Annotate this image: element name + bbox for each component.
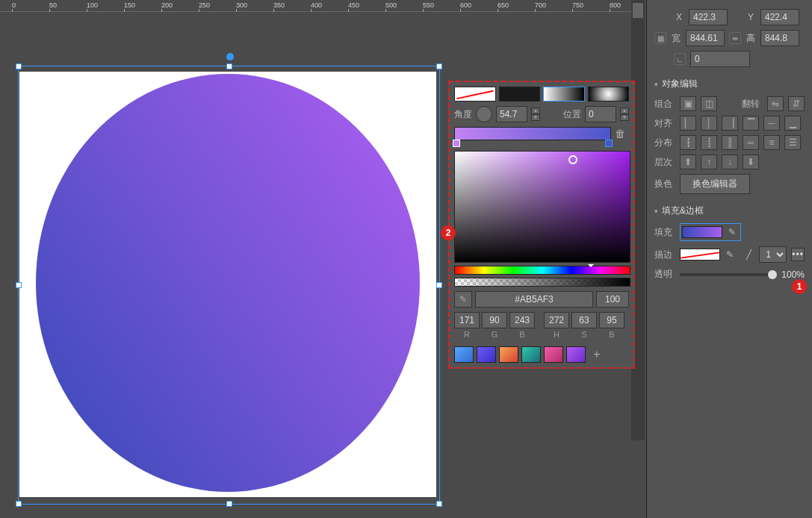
- align-bottom-button[interactable]: ▁: [784, 116, 801, 131]
- flip-v-button[interactable]: ⇵: [788, 96, 805, 111]
- section-object-edit[interactable]: 对象编辑: [654, 78, 805, 90]
- preset-swatch-4[interactable]: [544, 346, 563, 363]
- grid-icon[interactable]: ▦: [654, 32, 666, 44]
- sv-cursor[interactable]: [568, 155, 577, 164]
- eyedropper-button[interactable]: ✎: [454, 291, 472, 308]
- preset-swatch-1[interactable]: [477, 346, 496, 363]
- align-top-button[interactable]: ▔: [743, 116, 759, 131]
- dist-h1-button[interactable]: ┇: [680, 135, 696, 150]
- r-input[interactable]: [454, 312, 480, 328]
- opacity-knob[interactable]: [768, 270, 777, 279]
- angle-up[interactable]: ▲: [531, 107, 540, 114]
- artboard: [19, 72, 436, 497]
- stroke-more-button[interactable]: •••: [791, 248, 805, 261]
- preset-swatch-0[interactable]: [454, 346, 474, 363]
- stroke-swatch[interactable]: [680, 249, 720, 260]
- dist-v1-button[interactable]: ═: [743, 135, 759, 150]
- hue-cursor[interactable]: [588, 264, 594, 267]
- alpha-input[interactable]: [596, 291, 629, 308]
- gradient-stop-1[interactable]: [453, 140, 460, 147]
- pos-down[interactable]: ▼: [620, 114, 629, 121]
- preset-swatch-3[interactable]: [521, 346, 541, 363]
- delete-stop-icon[interactable]: 🗑: [615, 128, 627, 140]
- hex-input[interactable]: [475, 291, 593, 308]
- x-label: X: [674, 12, 684, 22]
- flip-h-button[interactable]: ⇋: [767, 96, 784, 111]
- y-input[interactable]: [760, 9, 799, 25]
- recolor-editor-button[interactable]: 换色编辑器: [680, 174, 750, 194]
- align-left-button[interactable]: ▏: [680, 116, 696, 131]
- rotate-handle[interactable]: [226, 53, 234, 60]
- pos-input[interactable]: [585, 106, 616, 122]
- add-preset-button[interactable]: +: [589, 346, 605, 363]
- resize-handle-bl[interactable]: [16, 501, 22, 507]
- angle-dial[interactable]: [476, 106, 492, 122]
- stroke-label: 描边: [654, 249, 673, 261]
- send-back-button[interactable]: ⬇: [743, 155, 759, 169]
- fill-eyedropper-icon[interactable]: ✎: [725, 225, 739, 239]
- resize-handle-tl[interactable]: [16, 63, 22, 69]
- lock-ratio-icon[interactable]: ⇹: [729, 32, 741, 44]
- shape-ellipse[interactable]: [36, 74, 420, 492]
- scrollbar-thumb[interactable]: [633, 3, 643, 18]
- br-input[interactable]: [599, 312, 625, 328]
- group-button[interactable]: ▣: [680, 96, 696, 111]
- ruler-tick: 150: [124, 1, 135, 9]
- gradient-stop-2[interactable]: [605, 140, 613, 147]
- ruler-tick: 550: [423, 1, 434, 9]
- dist-v3-button[interactable]: ☰: [784, 135, 801, 150]
- ruler-tick: 200: [161, 1, 173, 9]
- bring-forward-button[interactable]: ↑: [701, 155, 717, 169]
- angle-down[interactable]: ▼: [531, 114, 540, 121]
- h-input[interactable]: [544, 312, 569, 328]
- resize-handle-mr[interactable]: [436, 282, 442, 288]
- resize-handle-bm[interactable]: [226, 501, 232, 507]
- stroke-eyedropper-icon[interactable]: ✎: [723, 248, 737, 261]
- ruler-tick: 500: [385, 1, 397, 9]
- opacity-slider[interactable]: [680, 273, 777, 276]
- alpha-slider[interactable]: [454, 278, 630, 287]
- resize-handle-tm[interactable]: [226, 63, 232, 69]
- saturation-value-box[interactable]: [454, 151, 630, 263]
- resize-handle-br[interactable]: [436, 501, 442, 507]
- angle-input[interactable]: [496, 106, 527, 122]
- dist-v2-button[interactable]: ≡: [763, 135, 780, 150]
- tutorial-marker-2: 2: [441, 225, 456, 240]
- fill-type-linear[interactable]: [543, 87, 585, 102]
- fill-swatch[interactable]: [682, 226, 722, 238]
- gradient-bar[interactable]: 🗑: [454, 127, 611, 140]
- h-input[interactable]: [760, 30, 799, 46]
- dist-h3-button[interactable]: ║: [722, 135, 738, 150]
- fill-swatch-wrap[interactable]: ✎: [680, 223, 741, 241]
- fill-type-solid[interactable]: [499, 87, 541, 102]
- align-right-button[interactable]: ▕: [722, 116, 738, 131]
- send-backward-button[interactable]: ↓: [722, 155, 738, 169]
- align-center-button[interactable]: │: [701, 116, 717, 131]
- pos-up[interactable]: ▲: [620, 107, 629, 114]
- fill-type-none[interactable]: [454, 87, 496, 102]
- ruler-tick: 450: [348, 1, 359, 9]
- b-input[interactable]: [509, 312, 535, 328]
- x-input[interactable]: [689, 9, 728, 25]
- fill-type-radial[interactable]: [588, 87, 630, 102]
- layer-label: 层次: [654, 156, 675, 169]
- g-input[interactable]: [482, 312, 507, 328]
- ruler-horizontal: 0501001502002503003504004505005506006507…: [0, 0, 631, 12]
- section-fill-stroke[interactable]: 填充&边框: [654, 205, 805, 217]
- h-label: H: [544, 330, 569, 339]
- preset-swatch-2[interactable]: [499, 346, 518, 363]
- align-middle-button[interactable]: ─: [763, 116, 780, 131]
- stroke-style-icon[interactable]: ╱: [743, 248, 755, 261]
- w-input[interactable]: [686, 30, 725, 46]
- corner-input[interactable]: [690, 51, 750, 67]
- preset-swatch-5[interactable]: [566, 346, 586, 363]
- ungroup-button[interactable]: ◫: [701, 96, 717, 111]
- hue-slider[interactable]: [454, 266, 630, 275]
- tutorial-marker-1: 1: [792, 279, 807, 294]
- dist-h2-button[interactable]: ┋: [701, 135, 717, 150]
- pos-label: 位置: [563, 108, 581, 121]
- bring-front-button[interactable]: ⬆: [680, 155, 696, 169]
- resize-handle-tr[interactable]: [436, 63, 442, 69]
- stroke-width-select[interactable]: 1: [759, 246, 787, 263]
- s-input[interactable]: [571, 312, 597, 328]
